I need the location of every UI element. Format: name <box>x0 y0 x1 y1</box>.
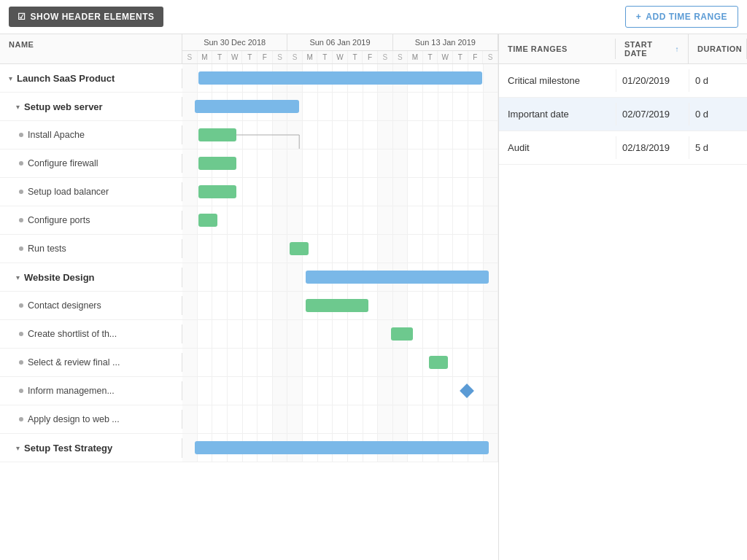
gantt-row-configure-firewall[interactable]: Configure firewall <box>0 149 498 178</box>
grid-lines-cp <box>182 206 498 234</box>
row-label-inform-management: Inform managemen... <box>28 386 115 396</box>
bar-contact-designers <box>306 299 369 312</box>
name-cell-launch: ▾ Launch SaaS Product <box>0 69 182 88</box>
gantt-row-apply-design[interactable]: Apply design to web ... <box>0 405 498 434</box>
gantt-row-configure-ports[interactable]: Configure ports <box>0 206 498 235</box>
day-m2: M <box>303 51 318 63</box>
row-label-select-review: Select & review final ... <box>28 357 120 368</box>
day-w3: W <box>438 51 453 63</box>
tr-duration-col-header: DURATION <box>689 39 747 59</box>
timeline-create-shortlist <box>182 320 498 348</box>
name-cell-setup-lb: Setup load balancer <box>0 182 182 201</box>
tr-name-col-header: TIME RANGES <box>499 39 616 59</box>
day-s2: S <box>273 51 288 63</box>
sort-arrow-icon[interactable]: ↑ <box>676 45 680 53</box>
row-label-configure-firewall: Configure firewall <box>28 158 98 168</box>
bar-setup-test <box>195 441 489 454</box>
day-t: T <box>212 51 228 63</box>
timeline-setup-lb <box>182 178 498 206</box>
name-cell-run-tests: Run tests <box>0 239 182 258</box>
timeline-header: Sun 30 Dec 2018 Sun 06 Jan 2019 Sun 13 J… <box>182 34 498 63</box>
gantt-body[interactable]: ▾ Launch SaaS Product <box>0 64 498 560</box>
bar-setup-web <box>195 100 299 113</box>
gantt-row-setup-lb[interactable]: Setup load balancer <box>0 178 498 206</box>
day-f2: F <box>363 51 378 63</box>
row-label-contact-designers: Contact designers <box>28 300 101 311</box>
row-label-configure-ports: Configure ports <box>28 215 90 225</box>
chevron-icon-website-design[interactable]: ▾ <box>16 273 20 281</box>
show-header-button[interactable]: ☑ SHOW HEADER ELEMENTS <box>9 7 163 27</box>
bullet-install-apache <box>19 133 23 137</box>
gantt-row-website-design[interactable]: ▾ Website Design <box>0 263 498 292</box>
day-t3: T <box>317 51 333 63</box>
week-label-1: Sun 06 Jan 2019 <box>287 34 392 50</box>
tr-dur-important: 0 d <box>689 103 747 125</box>
grid-lines-sr <box>182 349 498 376</box>
grid-lines-ad <box>182 405 498 433</box>
bar-install-apache <box>198 128 236 141</box>
bullet-contact-designers <box>19 303 23 308</box>
diamond-inform-management <box>460 384 474 398</box>
plus-icon: + <box>636 12 642 22</box>
tr-dur-audit: 5 d <box>689 136 747 159</box>
bar-select-review <box>429 356 448 369</box>
add-time-range-label: ADD TIME RANGE <box>646 12 727 22</box>
add-time-range-button[interactable]: + ADD TIME RANGE <box>625 6 738 28</box>
time-ranges-body[interactable]: Critical milestone 01/20/2019 0 d Import… <box>499 64 747 560</box>
chevron-icon-launch[interactable]: ▾ <box>9 74 12 82</box>
row-label-setup-test: Setup Test Strategy <box>24 443 112 454</box>
name-cell-install-apache: Install Apache <box>0 125 182 144</box>
gantt-row-setup-test[interactable]: ▾ Setup Test Strategy <box>0 434 498 462</box>
name-cell-select-review: Select & review final ... <box>0 353 182 372</box>
gantt-header: NAME Sun 30 Dec 2018 Sun 06 Jan 2019 Sun… <box>0 34 498 64</box>
main-area: NAME Sun 30 Dec 2018 Sun 06 Jan 2019 Sun… <box>0 34 747 560</box>
bar-website-design <box>306 271 489 284</box>
row-label-install-apache: Install Apache <box>28 130 85 140</box>
day-m3: M <box>408 51 423 63</box>
day-s4: S <box>378 51 393 63</box>
timeline-inform-management <box>182 377 498 405</box>
day-t6: T <box>453 51 468 63</box>
tr-row-important[interactable]: Important date 02/07/2019 0 d <box>499 98 747 131</box>
gantt-row-setup-web[interactable]: ▾ Setup web server <box>0 93 498 121</box>
day-t4: T <box>348 51 363 63</box>
name-cell-setup-web: ▾ Setup web server <box>0 97 182 117</box>
chevron-icon-setup-test[interactable]: ▾ <box>16 444 20 452</box>
tr-start-important: 02/07/2019 <box>616 103 689 125</box>
time-ranges-panel: TIME RANGES START DATE ↑ DURATION Critic… <box>499 34 747 560</box>
gantt-row-create-shortlist[interactable]: Create shortlist of th... <box>0 320 498 349</box>
bar-configure-firewall <box>198 157 236 170</box>
bullet-inform-management <box>19 389 23 393</box>
gantt-row-select-review[interactable]: Select & review final ... <box>0 349 498 377</box>
tr-row-audit[interactable]: Audit 02/18/2019 5 d <box>499 131 747 165</box>
app-container: ☑ SHOW HEADER ELEMENTS + ADD TIME RANGE … <box>0 0 747 560</box>
timeline-setup-web <box>182 93 498 120</box>
gantt-row-inform-management[interactable]: Inform managemen... <box>0 377 498 405</box>
grid-lines-im <box>182 377 498 405</box>
day-s: S <box>182 51 198 63</box>
day-s5: S <box>393 51 409 63</box>
bar-launch <box>198 71 483 85</box>
name-cell-configure-ports: Configure ports <box>0 211 182 230</box>
timeline-run-tests <box>182 235 498 262</box>
gantt-section: NAME Sun 30 Dec 2018 Sun 06 Jan 2019 Sun… <box>0 34 499 560</box>
tr-row-critical[interactable]: Critical milestone 01/20/2019 0 d <box>499 64 747 98</box>
row-label-website-design: Website Design <box>24 272 95 283</box>
name-cell-setup-test: ▾ Setup Test Strategy <box>0 438 182 458</box>
name-cell-apply-design: Apply design to web ... <box>0 410 182 429</box>
grid-lines-cs <box>182 320 498 348</box>
bullet-configure-ports <box>19 218 23 222</box>
chevron-icon-setup-web[interactable]: ▾ <box>16 103 20 111</box>
bullet-create-shortlist <box>19 332 23 336</box>
week-label-0: Sun 30 Dec 2018 <box>182 34 287 50</box>
row-label-create-shortlist: Create shortlist of th... <box>28 329 117 339</box>
tr-start-label: START DATE <box>624 40 673 58</box>
gantt-row-install-apache[interactable]: Install Apache <box>0 121 498 149</box>
gantt-row-launch[interactable]: ▾ Launch SaaS Product <box>0 64 498 93</box>
gantt-row-contact-designers[interactable]: Contact designers <box>0 292 498 320</box>
bullet-apply-design <box>19 417 23 421</box>
gantt-row-run-tests[interactable]: Run tests <box>0 235 498 263</box>
checkbox-icon: ☑ <box>18 12 26 22</box>
row-label-apply-design: Apply design to web ... <box>28 414 120 424</box>
day-f3: F <box>468 51 484 63</box>
